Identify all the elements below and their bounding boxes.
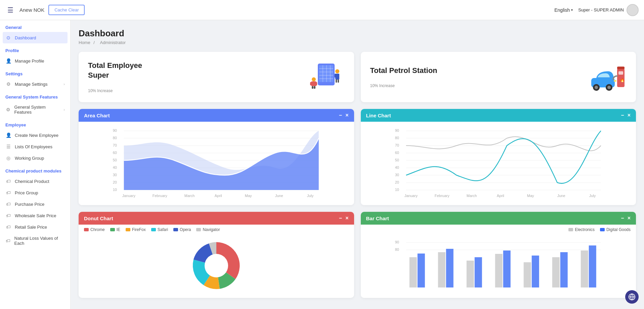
svg-rect-19 [312, 86, 313, 89]
line-chart-body: 90 80 70 60 50 40 30 20 10 [361, 122, 636, 205]
donut-minimize-btn[interactable]: − [339, 215, 342, 221]
sidebar-item-manage-settings[interactable]: ⚙ Manage Settings › [0, 78, 70, 90]
employee-card-image [308, 62, 345, 92]
svg-text:80: 80 [395, 136, 399, 140]
area-minimize-btn[interactable]: − [339, 112, 342, 118]
employee-card-increase: 10% Increase [88, 88, 142, 93]
sidebar-label-create-employee: Create New Employee [15, 133, 58, 138]
sidebar-label-manage-profile: Manage Profile [15, 59, 44, 64]
topbar-left: ☰ Anew NOK Cache Clear [5, 4, 85, 16]
breadcrumb-current: Administrator [100, 40, 126, 45]
charts-row-2: Donut Chart − × Chrome IE [79, 212, 636, 298]
sidebar-label-wholesale-price: Wholesale Sale Price [15, 213, 56, 218]
gsf-icon: ⚙ [5, 107, 11, 112]
line-close-btn[interactable]: × [628, 112, 631, 118]
legend-firefox: FireFox [126, 227, 146, 232]
bar-chart-body: 90 80 [361, 235, 636, 298]
area-chart-svg: 90 80 70 60 50 40 30 20 10 [84, 126, 349, 200]
bar-chart-svg: 90 80 [366, 239, 631, 293]
sidebar-section-gsf: General System Features [0, 90, 70, 102]
svg-rect-20 [314, 86, 315, 89]
breadcrumb-home[interactable]: Home [79, 40, 90, 45]
sidebar-label-manage-settings: Manage Settings [15, 82, 48, 87]
svg-rect-99 [589, 245, 596, 287]
svg-rect-17 [310, 82, 312, 85]
svg-text:50: 50 [395, 158, 399, 162]
natural-loss-icon: 🏷 [5, 238, 11, 243]
cache-clear-button[interactable]: Cache Clear [48, 5, 85, 15]
bar-close-btn[interactable]: × [628, 215, 631, 221]
svg-rect-93 [503, 250, 510, 287]
chemical-product-icon: 🏷 [5, 179, 11, 184]
sidebar-item-create-employee[interactable]: 👤 Create New Employee [0, 129, 70, 141]
svg-text:50: 50 [113, 158, 117, 162]
donut-chart-svg [183, 239, 250, 293]
svg-rect-18 [315, 82, 317, 85]
svg-text:30: 30 [113, 173, 117, 177]
donut-chart-header: Donut Chart − × [79, 212, 354, 225]
line-chart-title: Line Chart [366, 113, 391, 118]
hamburger-icon[interactable]: ☰ [5, 4, 15, 16]
legend-safari: Safari [151, 227, 168, 232]
petrol-card-text: Total Petrol Station 10% Increase [370, 66, 437, 88]
language-selector[interactable]: English ▾ [554, 7, 573, 13]
svg-rect-29 [617, 67, 625, 69]
lists-employees-icon: ☰ [5, 144, 11, 149]
bar-minimize-btn[interactable]: − [621, 215, 624, 221]
svg-text:20: 20 [113, 180, 117, 184]
svg-text:60: 60 [113, 151, 117, 155]
safari-label: Safari [158, 227, 168, 232]
sidebar-item-working-group[interactable]: ◎ Working Group [0, 152, 70, 164]
sidebar-item-general-system-features[interactable]: ⚙ General System Features › [0, 102, 70, 118]
sidebar-label-purchase-price: Purchase Price [15, 202, 44, 207]
ie-dot [110, 228, 115, 231]
area-chart-body: 90 80 70 60 50 40 30 20 10 [79, 122, 354, 205]
svg-text:40: 40 [395, 165, 399, 169]
line-chart-controls: − × [621, 112, 631, 118]
sidebar-section-settings: Settings [0, 67, 70, 78]
opera-label: Opera [180, 227, 191, 232]
main-wrapper: General ⊙ Dashboard Profile 👤 Manage Pro… [0, 20, 644, 309]
area-chart-controls: − × [339, 112, 349, 118]
sidebar-label-gsf: General System Features [14, 105, 60, 115]
sidebar-item-purchase-price[interactable]: 🏷 Purchase Price [0, 198, 70, 210]
globe-button[interactable] [625, 290, 639, 304]
sidebar-item-lists-employees[interactable]: ☰ Lists Of Employees [0, 141, 70, 152]
svg-rect-90 [466, 261, 474, 287]
legend-navigator: Navigator [196, 227, 220, 232]
sidebar-item-retail-price[interactable]: 🏷 Retail Sale Price [0, 221, 70, 233]
sidebar-item-natural-loss[interactable]: 🏷 Natural Loss Values of Each [0, 233, 70, 249]
sidebar-item-chemical-product[interactable]: 🏷 Chemical Product [0, 176, 70, 187]
donut-close-btn[interactable]: × [345, 215, 348, 221]
charts-row-1: Area Chart − × 90 80 70 60 50 40 [79, 109, 636, 205]
legend-ie: IE [110, 227, 120, 232]
svg-text:July: July [307, 194, 314, 198]
sidebar-label-chemical-product: Chemical Product [15, 179, 49, 184]
bar-chart-panel: Bar Chart − × Electronics Digital Goods [361, 212, 636, 298]
sidebar-item-wholesale-price[interactable]: 🏷 Wholesale Sale Price [0, 210, 70, 221]
employee-card-text: Total EmployeeSuper 10% Increase [88, 61, 142, 93]
create-employee-icon: 👤 [5, 132, 11, 138]
safari-dot [151, 228, 156, 231]
svg-text:April: April [497, 194, 504, 198]
svg-text:March: March [466, 194, 477, 198]
bar-chart-header: Bar Chart − × [361, 212, 636, 225]
svg-text:80: 80 [113, 136, 117, 140]
svg-rect-89 [446, 249, 453, 287]
svg-text:10: 10 [395, 188, 399, 192]
svg-rect-96 [552, 257, 559, 287]
line-chart-svg: 90 80 70 60 50 40 30 20 10 [366, 126, 631, 200]
page-title: Dashboard [79, 28, 636, 39]
svg-text:July: July [589, 194, 596, 198]
sidebar-item-dashboard[interactable]: ⊙ Dashboard [3, 32, 68, 43]
bar-chart-controls: − × [621, 215, 631, 221]
line-minimize-btn[interactable]: − [621, 112, 624, 118]
area-chart-panel: Area Chart − × 90 80 70 60 50 40 [79, 109, 354, 205]
sidebar-item-price-group[interactable]: 🏷 Price Group [0, 187, 70, 198]
user-avatar[interactable] [627, 4, 639, 16]
sidebar-item-manage-profile[interactable]: 👤 Manage Profile [0, 55, 70, 67]
total-petrol-card: Total Petrol Station 10% Increase [361, 52, 636, 102]
language-arrow-icon: ▾ [571, 8, 573, 12]
svg-point-23 [595, 86, 598, 89]
area-close-btn[interactable]: × [345, 112, 348, 118]
